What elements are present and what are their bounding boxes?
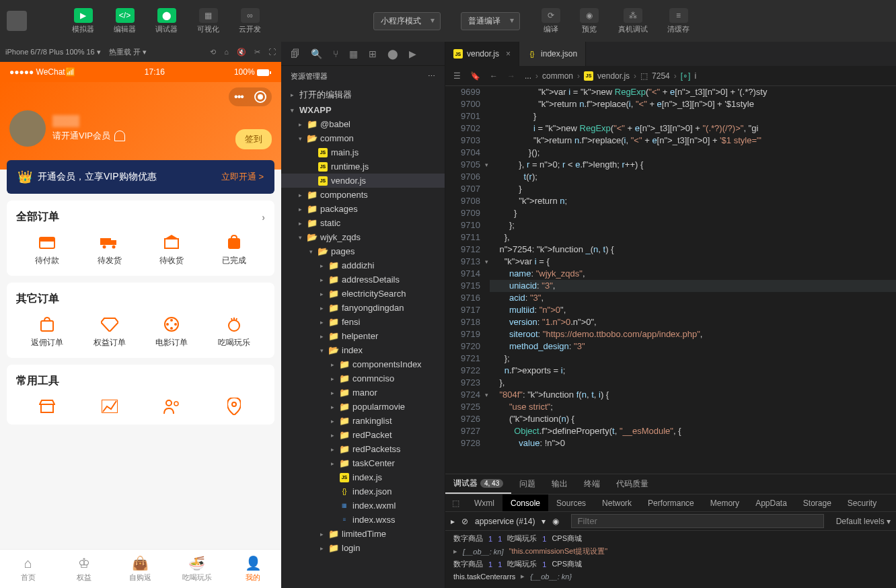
tab-vendor-js[interactable]: JSvendor.js× [445,42,519,66]
tree-folder-@babel[interactable]: ▸📁@babel [281,117,445,131]
visual-toggle[interactable]: ▦可视化 [189,6,227,36]
mode-select[interactable]: 小程序模式 [373,12,441,30]
mute-icon[interactable]: 🔇 [237,48,246,57]
editor-toggle[interactable]: </>编辑器 [106,6,144,36]
back-icon[interactable]: ← [490,71,498,81]
tab-index-json[interactable]: {}index.json [519,42,586,66]
tab-rebate[interactable]: 👜自购返 [112,550,169,588]
tree-js-main.js[interactable]: JSmain.js [281,145,445,159]
hot-reload-toggle[interactable]: 热重载 开 ▾ [109,47,147,57]
all-orders-title[interactable]: 全部订单› [16,210,265,224]
order-pending-receive[interactable]: 待收货 [159,233,184,266]
tree-folder-fanyongdingdan[interactable]: ▸📁fanyongdingdan [281,301,445,315]
more-icon[interactable]: ⋯ [428,72,435,81]
dt-tab-debugger[interactable]: 调试器4, 43 [445,474,511,494]
vip-activate-link[interactable]: 立即开通 > [221,171,264,183]
tree-folder-conmnciso[interactable]: ▸📁conmnciso [281,371,445,385]
dt-sub-security[interactable]: Security [839,494,885,511]
tree-folder-static[interactable]: ▸📁static [281,216,445,230]
play-icon[interactable]: ▸ [451,517,455,526]
order-completed[interactable]: 已完成 [222,233,246,266]
breadcrumb[interactable]: ...› common› JSvendor.js› ⬚7254› [∘] i [525,71,888,81]
tree-js-vendor.js[interactable]: JSvendor.js [281,174,445,188]
console-output[interactable]: 数字商品 1 1 吃喝玩乐 1 CPS商城▸[__ob__: kn] "this… [445,531,896,588]
tree-js-runtime.js[interactable]: JSruntime.js [281,159,445,174]
dt-sub-performance[interactable]: Performance [640,494,702,511]
bell-icon[interactable] [114,131,125,141]
device-select[interactable]: iPhone 6/7/8 Plus 100% 16 ▾ [5,48,101,57]
cloud-dev-button[interactable]: ∞云开发 [231,6,269,36]
dt-sub-memory[interactable]: Memory [702,494,747,511]
user-avatar[interactable] [9,110,46,147]
forward-icon[interactable]: → [507,71,515,81]
tool-2[interactable] [100,398,119,415]
refresh-icon[interactable]: ⟲ [210,48,216,57]
log-levels-select[interactable]: Default levels ▾ [836,517,891,526]
open-editors-section[interactable]: ▸打开的编辑器 [281,87,445,103]
simulator-toggle[interactable]: ▶模拟器 [64,6,102,36]
tree-folder-adddizhi[interactable]: ▸📁adddizhi [281,258,445,272]
expand-icon[interactable]: ⛶ [268,48,276,57]
tab-equity[interactable]: ♔权益 [57,550,113,588]
tree-folder-helpenter[interactable]: ▸📁helpenter [281,329,445,343]
tree-folder-common[interactable]: ▾📂common [281,131,445,145]
tree-folder-redPacketss[interactable]: ▸📁redPacketss [281,442,445,456]
tree-folder-taskCenter[interactable]: ▸📁taskCenter [281,456,445,470]
tree-folder-popularmovie[interactable]: ▸📁popularmovie [281,400,445,414]
tree-folder-index[interactable]: ▾📂index [281,343,445,357]
rocket-icon[interactable]: ▶ [409,48,416,59]
console-line[interactable]: 数字商品 1 1 吃喝玩乐 1 CPS商城 [445,558,896,571]
tree-folder-components[interactable]: ▸📁components [281,188,445,202]
console-line[interactable]: 数字商品 1 1 吃喝玩乐 1 CPS商城 [445,532,896,545]
tree-folder-componentsIndex[interactable]: ▸📁componentsIndex [281,357,445,371]
dt-sub-wxml[interactable]: Wxml [466,494,502,511]
tool-4[interactable] [225,398,244,415]
tree-folder-redPacket[interactable]: ▸📁redPacket [281,428,445,442]
dt-sub-console[interactable]: Console [502,494,548,511]
clear-cache-button[interactable]: ≡清缓存 [659,6,698,36]
tool-1[interactable] [38,398,57,415]
dt-tab-output[interactable]: 输出 [544,474,576,494]
preview-button[interactable]: ◉预览 [572,6,607,36]
code-editor[interactable]: 9699970097019702970397049705▾97069707970… [445,86,896,474]
workspace-root[interactable]: ▾WXAPP [281,103,445,117]
tree-folder-addressDetails[interactable]: ▸📁addressDetails [281,272,445,287]
tab-mine[interactable]: 👤我的 [225,550,281,588]
debugger-toggle[interactable]: ⬤调试器 [147,6,186,36]
branch-icon[interactable]: ⑂ [333,48,338,59]
bookmark-icon[interactable]: 🔖 [470,71,480,81]
close-icon[interactable]: × [506,49,511,59]
tree-wxml-index.wxml[interactable]: ▦index.wxml [281,499,445,513]
dt-sub-storage[interactable]: Storage [795,494,839,511]
layout-icon[interactable]: ▦ [349,48,358,59]
menu-dots-icon[interactable]: ••• [234,91,244,103]
remote-debug-button[interactable]: ⁂真机调试 [610,6,656,36]
equity-orders[interactable]: 权益订单 [94,316,126,348]
tree-folder-fensi[interactable]: ▸📁fensi [281,315,445,329]
eye-icon[interactable]: ◉ [552,517,559,526]
tree-js-index.js[interactable]: JSindex.js [281,470,445,484]
compile-select[interactable]: 普通编译 [461,12,520,30]
list-icon[interactable]: ☰ [453,71,461,81]
tab-play[interactable]: 🍜吃喝玩乐 [169,550,225,588]
stop-icon[interactable]: ⊘ [461,517,468,526]
cut-icon[interactable]: ✂ [254,48,260,57]
search-icon[interactable]: 🔍 [311,48,322,59]
home-icon[interactable]: ⌂ [224,48,229,57]
order-pending-pay[interactable]: 待付款 [35,233,59,266]
commission-orders[interactable]: 返佣订单 [31,316,63,348]
signin-button[interactable]: 签到 [235,129,272,149]
order-pending-ship[interactable]: 待发货 [98,233,122,266]
vip-banner[interactable]: 👑 开通会员，立享VIP购物优惠 立即开通 > [7,160,274,194]
dt-sub-network[interactable]: Network [594,494,640,511]
dt-tab-terminal[interactable]: 终端 [576,474,608,494]
tree-folder-electricitySearch[interactable]: ▸📁electricitySearch [281,287,445,301]
tree-folder-limitedTime[interactable]: ▸📁limitedTime [281,527,445,541]
entertainment-orders[interactable]: 吃喝玩乐 [218,316,250,348]
bug-icon[interactable]: ⬤ [387,48,398,59]
compile-button[interactable]: ⟳编译 [533,6,568,36]
tree-folder-login[interactable]: ▸📁login [281,541,445,555]
capsule-button[interactable]: ••• [229,87,272,106]
tree-json-index.json[interactable]: {}index.json [281,484,445,499]
dt-sub-sources[interactable]: Sources [548,494,594,511]
